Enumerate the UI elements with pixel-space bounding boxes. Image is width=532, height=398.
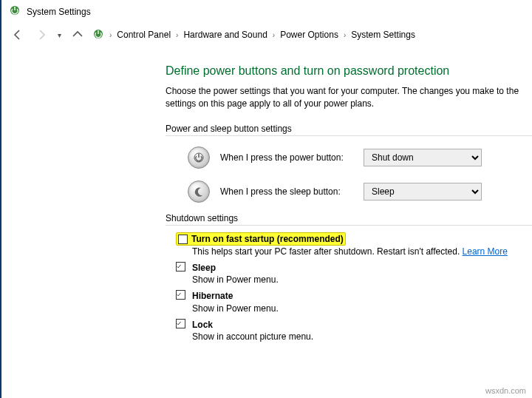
page-description: Choose the power settings that you want …: [166, 85, 532, 110]
chevron-right-icon[interactable]: ›: [107, 31, 114, 39]
sleep-button-row: When I press the sleep button: Sleep: [166, 175, 532, 209]
power-icon: [188, 146, 210, 169]
lock-option: Lock Show in account picture menu.: [166, 317, 532, 345]
back-button[interactable]: [9, 26, 27, 44]
lock-title: Lock: [192, 320, 213, 330]
content-area: Define power buttons and turn on passwor…: [1, 51, 532, 345]
section-power-sleep: Power and sleep button settings: [166, 124, 532, 136]
chevron-right-icon[interactable]: ›: [174, 31, 180, 39]
power-button-row: When I press the power button: Shut down: [166, 141, 532, 175]
breadcrumb-item[interactable]: Hardware and Sound: [183, 30, 267, 40]
chevron-right-icon[interactable]: ›: [270, 31, 277, 39]
fast-startup-option: Turn on fast startup (recommended) This …: [166, 230, 532, 260]
power-options-icon: [92, 28, 104, 42]
sleep-title: Sleep: [192, 263, 216, 273]
fast-startup-sub: This helps start your PC faster after sh…: [192, 246, 463, 257]
page-title: Define power buttons and turn on passwor…: [166, 64, 532, 78]
nav-toolbar: ▾ › Control Panel › Hardware and Sound ›…: [1, 23, 532, 51]
fast-startup-checkbox[interactable]: [178, 235, 188, 244]
watermark: wsxdn.com: [485, 386, 526, 395]
sleep-option: Sleep Show in Power menu.: [166, 260, 532, 288]
hibernate-sub: Show in Power menu.: [192, 303, 532, 314]
chevron-right-icon[interactable]: ›: [341, 31, 348, 39]
section-shutdown: Shutdown settings: [166, 213, 532, 226]
recent-dropdown-icon[interactable]: ▾: [56, 31, 63, 39]
hibernate-checkbox[interactable]: [176, 290, 185, 300]
hibernate-option: Hibernate Show in Power menu.: [166, 288, 532, 316]
power-options-icon: [9, 4, 21, 18]
sleep-button-label: When I press the sleep button:: [220, 186, 353, 197]
power-button-label: When I press the power button:: [220, 152, 353, 163]
lock-checkbox[interactable]: [176, 319, 185, 328]
power-button-select[interactable]: Shut down: [364, 149, 482, 166]
sleep-icon: [188, 181, 210, 203]
sleep-sub: Show in Power menu.: [192, 274, 532, 286]
learn-more-link[interactable]: Learn More: [463, 246, 508, 257]
lock-sub: Show in account picture menu.: [192, 331, 532, 343]
title-bar: System Settings: [1, 0, 532, 23]
breadcrumb: › Control Panel › Hardware and Sound › P…: [92, 28, 415, 42]
window-title: System Settings: [27, 7, 91, 17]
sleep-button-select[interactable]: Sleep: [364, 183, 482, 200]
breadcrumb-item[interactable]: System Settings: [351, 30, 415, 40]
breadcrumb-item[interactable]: Control Panel: [117, 30, 171, 40]
forward-button[interactable]: [33, 26, 50, 44]
breadcrumb-item[interactable]: Power Options: [280, 30, 338, 40]
fast-startup-title: Turn on fast startup (recommended): [191, 234, 344, 244]
hibernate-title: Hibernate: [192, 291, 233, 301]
sleep-checkbox[interactable]: [176, 262, 185, 271]
up-button[interactable]: [69, 26, 86, 44]
